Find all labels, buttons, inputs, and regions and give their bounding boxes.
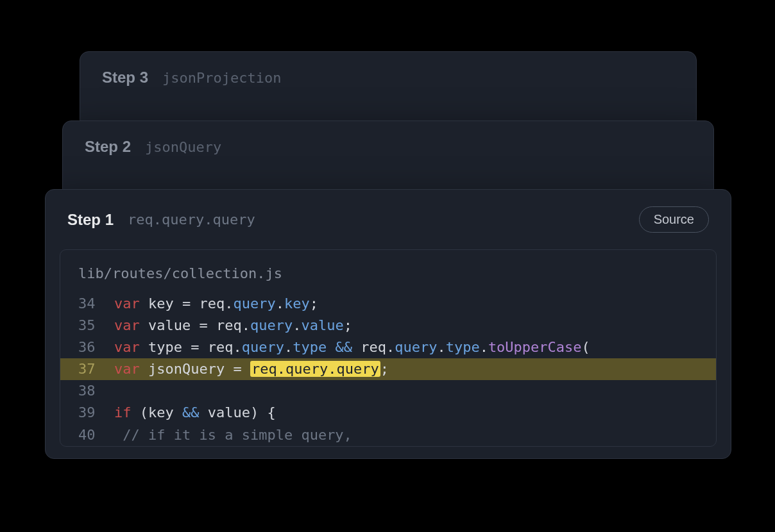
- line-number: 40: [78, 424, 114, 446]
- code-line: 35var value = req.query.value;: [60, 315, 716, 337]
- source-button[interactable]: Source: [639, 206, 709, 233]
- code-content: var value = req.query.value;: [114, 315, 352, 337]
- code-block: 34var key = req.query.key;35var value = …: [60, 293, 716, 446]
- code-panel: lib/routes/collection.js 34var key = req…: [60, 249, 717, 447]
- step-1-header: Step 1 req.query.query Source: [46, 190, 731, 238]
- line-number: 37: [78, 358, 114, 380]
- code-line: 40 // if it is a simple query,: [60, 424, 716, 446]
- line-number: 34: [78, 293, 114, 315]
- code-line: 34var key = req.query.key;: [60, 293, 716, 315]
- code-line: 37var jsonQuery = req.query.query;: [60, 358, 716, 380]
- code-content: var key = req.query.key;: [114, 293, 318, 315]
- code-line: 39if (key && value) {: [60, 402, 716, 424]
- file-path: lib/routes/collection.js: [60, 250, 716, 293]
- code-line: 36var type = req.query.type && req.query…: [60, 337, 716, 358]
- code-line: 38: [60, 380, 716, 402]
- step-card-1: Step 1 req.query.query Source lib/routes…: [45, 189, 731, 459]
- code-content: if (key && value) {: [114, 402, 276, 424]
- line-number: 35: [78, 315, 114, 337]
- step-card-3[interactable]: Step 3 jsonProjection: [80, 51, 697, 128]
- step-3-header: Step 3 jsonProjection: [80, 52, 696, 92]
- step-3-subtitle: jsonProjection: [162, 70, 281, 86]
- code-content: // if it is a simple query,: [114, 424, 352, 446]
- line-number: 39: [78, 402, 114, 424]
- step-1-subtitle: req.query.query: [128, 212, 255, 228]
- code-content: var jsonQuery = req.query.query;: [114, 358, 389, 380]
- code-content: var type = req.query.type && req.query.t…: [114, 337, 590, 358]
- step-2-title: Step 2: [85, 138, 131, 156]
- line-number: 36: [78, 337, 114, 358]
- step-2-header: Step 2 jsonQuery: [63, 121, 713, 161]
- step-card-2[interactable]: Step 2 jsonQuery: [62, 121, 714, 197]
- step-2-subtitle: jsonQuery: [145, 139, 221, 155]
- line-number: 38: [78, 380, 114, 402]
- step-3-title: Step 3: [102, 69, 148, 87]
- code-highlight: req.query.query: [250, 361, 380, 377]
- step-1-title: Step 1: [67, 211, 114, 229]
